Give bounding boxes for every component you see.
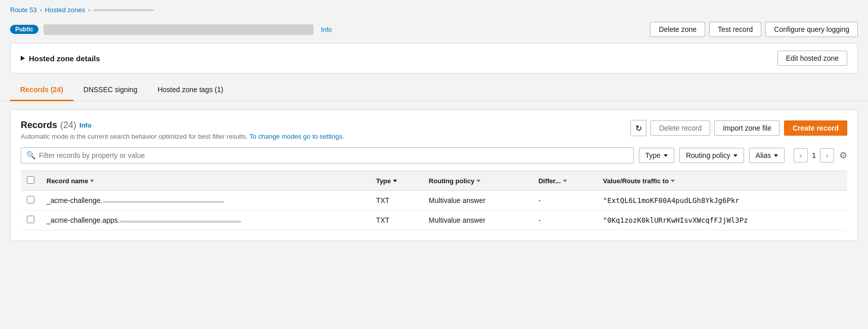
alias-dropdown-arrow	[774, 154, 778, 157]
search-input[interactable]	[39, 151, 628, 159]
select-all-checkbox[interactable]	[27, 176, 34, 184]
row1-value: "ExtQL6L1moKF00A4pudLGh8YkJg6Pkr	[597, 191, 847, 211]
expand-icon	[21, 56, 25, 61]
import-zone-file-button[interactable]: Import zone file	[714, 120, 780, 136]
zone-header-right: Delete zone Test record Configure query …	[650, 22, 858, 37]
row1-type: TXT	[370, 191, 422, 211]
row2-differ: -	[532, 211, 597, 230]
table-row: _acme-challenge.apps. TXT Multivalue ans…	[21, 211, 847, 230]
tabs-bar: Records (24) DNSSEC signing Hosted zone …	[0, 79, 868, 101]
zone-info-link[interactable]: Info	[321, 26, 332, 33]
type-filter-dropdown[interactable]: Type	[639, 148, 674, 163]
delete-zone-button[interactable]: Delete zone	[650, 22, 705, 37]
breadcrumb-sep-2: ›	[88, 7, 90, 14]
search-icon: 🔍	[26, 151, 36, 160]
col-record-name[interactable]: Record name	[40, 171, 370, 191]
edit-hosted-zone-button[interactable]: Edit hosted zone	[777, 51, 847, 66]
routing-policy-sort-icon	[476, 180, 481, 182]
zone-header: Public █████████████████████████████████…	[0, 18, 868, 43]
record-name-sort-icon	[90, 180, 94, 182]
breadcrumb: Route 53 › Hosted zones ›	[0, 0, 868, 18]
pagination-next-button[interactable]: ›	[820, 148, 834, 162]
row2-type: TXT	[370, 211, 422, 230]
type-sort-icon	[393, 180, 397, 182]
pagination-current: 1	[812, 151, 816, 159]
row2-record-name: _acme-challenge.apps.	[40, 211, 370, 230]
type-dropdown-arrow	[664, 154, 668, 157]
hosted-zone-details-panel: Hosted zone details Edit hosted zone	[10, 43, 858, 73]
breadcrumb-route53[interactable]: Route 53	[10, 6, 37, 14]
details-title[interactable]: Hosted zone details	[21, 54, 100, 63]
col-type[interactable]: Type	[370, 171, 422, 191]
routing-policy-dropdown-arrow	[733, 154, 737, 157]
row1-record-name-blurred	[103, 201, 224, 203]
breadcrumb-zone-id	[93, 9, 154, 11]
row2-value: "0Kq1zozK0klURrKwHIsvXWcqfFJjWl3Pz	[597, 211, 847, 230]
test-record-button[interactable]: Test record	[709, 22, 761, 37]
records-table: Record name Type Routing policy	[21, 171, 847, 230]
row2-checkbox[interactable]	[27, 216, 34, 223]
row1-routing-policy: Multivalue answer	[423, 191, 533, 211]
row1-record-name: _acme-challenge.	[40, 191, 370, 211]
records-header-right: ↻ Delete record Import zone file Create …	[630, 120, 847, 136]
col-routing-policy[interactable]: Routing policy	[423, 171, 533, 191]
tab-records[interactable]: Records (24)	[10, 79, 73, 101]
records-info-link[interactable]: Info	[79, 121, 92, 129]
header-checkbox-col	[21, 171, 40, 191]
row1-differ: -	[532, 191, 597, 211]
records-count: (24)	[60, 120, 76, 131]
breadcrumb-hosted-zones[interactable]: Hosted zones	[45, 6, 85, 14]
routing-policy-filter-dropdown[interactable]: Routing policy	[679, 148, 744, 163]
row2-checkbox-cell	[21, 211, 40, 230]
filter-bar: 🔍 Type Routing policy Alias ‹ 1 › ⚙	[21, 147, 847, 163]
tab-hosted-zone-tags[interactable]: Hosted zone tags (1)	[147, 79, 233, 101]
search-box[interactable]: 🔍	[21, 147, 634, 163]
row1-checkbox[interactable]	[27, 196, 34, 203]
zone-header-left: Public █████████████████████████████████…	[10, 24, 332, 35]
public-badge: Public	[10, 25, 38, 34]
tab-dnssec[interactable]: DNSSEC signing	[73, 79, 148, 101]
col-differ[interactable]: Differ...	[532, 171, 597, 191]
breadcrumb-sep-1: ›	[40, 7, 42, 14]
alias-filter-dropdown[interactable]: Alias	[749, 148, 785, 163]
row2-routing-policy: Multivalue answer	[423, 211, 533, 230]
settings-link[interactable]: To change modes go to settings.	[249, 133, 344, 140]
delete-record-button[interactable]: Delete record	[650, 120, 710, 136]
details-title-text: Hosted zone details	[29, 54, 100, 63]
records-header-left: Records (24) Info Automatic mode is the …	[21, 120, 344, 140]
table-row: _acme-challenge. TXT Multivalue answer -…	[21, 191, 847, 211]
records-header: Records (24) Info Automatic mode is the …	[21, 120, 847, 140]
value-sort-icon	[671, 180, 675, 182]
row2-record-name-blurred	[120, 221, 241, 223]
col-value[interactable]: Value/Route traffic to	[597, 171, 847, 191]
pagination-prev-button[interactable]: ‹	[794, 148, 808, 162]
records-section: Records (24) Info Automatic mode is the …	[10, 109, 858, 241]
pagination: ‹ 1 ›	[794, 148, 834, 162]
table-settings-button[interactable]: ⚙	[839, 150, 847, 161]
refresh-button[interactable]: ↻	[630, 120, 646, 136]
configure-query-logging-button[interactable]: Configure query logging	[765, 22, 858, 37]
zone-name-blurred: ████████████████████████████████████████…	[44, 24, 314, 35]
auto-mode-text: Automatic mode is the current search beh…	[21, 133, 344, 140]
differ-sort-icon	[563, 180, 567, 182]
create-record-button[interactable]: Create record	[784, 120, 847, 136]
table-header-row: Record name Type Routing policy	[21, 171, 847, 191]
records-title: Records (24) Info	[21, 120, 92, 131]
row1-checkbox-cell	[21, 191, 40, 211]
